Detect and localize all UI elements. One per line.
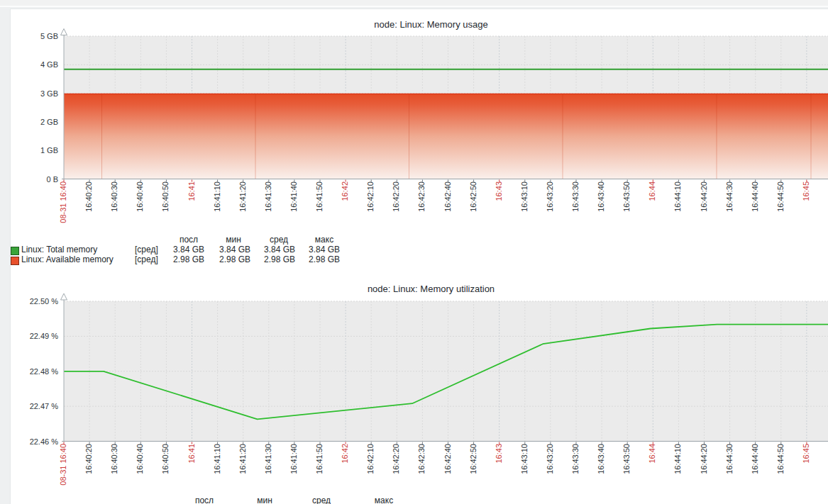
legend-value-available-max: 2.98 GB [309, 255, 340, 264]
x-axis-tick-label: 16:41:20 [239, 444, 247, 474]
legend-header-last: посл [195, 496, 214, 504]
x-axis-tick-label: 16:45 [802, 444, 810, 464]
legend-swatch-total-memory [11, 247, 19, 255]
y-axis-arrow-icon [61, 293, 67, 300]
x-axis-tick-label: 16:42 [341, 181, 349, 201]
chart-title-memory-usage: node: Linux: Memory usage [64, 19, 798, 30]
legend-header-min: мин [226, 235, 241, 245]
legend-label-total-memory: Linux: Total memory [21, 245, 97, 254]
x-axis-tick-label: 16:45 [802, 181, 810, 201]
x-axis-tick-label: 16:44:10 [674, 444, 682, 474]
x-axis-tick-label: 16:42:20 [392, 444, 400, 474]
available-memory-area [64, 94, 828, 179]
y-axis-tick-label: 2 GB [40, 118, 58, 125]
legend-header-avg: сред [270, 235, 288, 245]
y-axis-tick-label: 4 GB [40, 61, 58, 69]
x-axis-tick-label: 16:40:40 [136, 444, 144, 474]
x-axis-tick-label: 08-31 16:40 [60, 181, 67, 223]
y-axis-tick-label: 3 GB [40, 89, 58, 97]
legend-header-last: посл [180, 235, 198, 245]
x-axis-tick-label: 16:41:40 [290, 444, 298, 474]
x-axis-tick-label: 16:41 [188, 444, 196, 464]
legend-func-available-memory: [сред] [135, 255, 158, 264]
y-axis-tick-label: 22.49 % [30, 332, 58, 340]
x-axis-tick-label: 16:43:40 [597, 444, 605, 474]
x-axis-tick-label: 16:40:20 [85, 181, 93, 212]
x-axis-tick-label: 16:43:50 [623, 181, 631, 212]
x-axis-tick-label: 16:44 [648, 181, 656, 201]
legend-header-max: макс [375, 496, 393, 504]
x-axis-tick-label: 16:41:10 [214, 444, 221, 474]
y-axis-tick-label: 1 GB [40, 147, 58, 155]
x-axis-tick-label: 16:41:20 [239, 181, 247, 212]
y-axis-tick-label: 22.46 % [30, 437, 58, 445]
chart-title-memory-utilization: node: Linux: Memory utilization [64, 284, 798, 294]
x-axis-tick-label: 08-31 16:40 [60, 444, 67, 486]
legend-func-total-memory: [сред] [135, 245, 158, 254]
charts-canvas [0, 0, 828, 504]
x-axis-tick-label: 16:43:40 [597, 181, 605, 212]
x-axis-tick-label: 16:42:10 [367, 181, 375, 212]
x-axis-tick-label: 16:42:30 [418, 181, 426, 212]
y-axis-tick-label: 22.50 % [30, 298, 58, 306]
legend-swatch-available-memory [11, 257, 19, 265]
x-axis-tick-label: 16:44:20 [700, 181, 708, 212]
x-axis-tick-label: 16:44:40 [751, 181, 759, 212]
x-axis-tick-label: 16:44:50 [777, 181, 785, 212]
x-axis-tick-label: 16:44 [648, 444, 656, 464]
x-axis-tick-label: 16:44:50 [777, 444, 785, 474]
x-axis-tick-label: 16:40:30 [111, 444, 118, 474]
x-axis-tick-label: 16:40:50 [162, 181, 170, 212]
x-axis-tick-label: 16:44:20 [700, 444, 708, 474]
x-axis-tick-label: 16:41:40 [290, 181, 298, 212]
legend-value-total-max: 3.84 GB [309, 245, 340, 254]
legend-value-available-avg: 2.98 GB [264, 255, 295, 264]
x-axis-tick-label: 16:42:20 [392, 181, 400, 212]
legend-header-min: мин [257, 496, 272, 504]
legend-value-available-min: 2.98 GB [219, 255, 250, 264]
y-axis-tick-label: 22.48 % [30, 367, 58, 375]
x-axis-tick-label: 16:44:10 [674, 181, 682, 212]
legend-value-total-last: 3.84 GB [173, 245, 204, 254]
x-axis-tick-label: 16:42:50 [470, 181, 478, 212]
x-axis-tick-label: 16:43:20 [546, 181, 554, 212]
x-axis-tick-label: 16:43 [495, 444, 503, 464]
y-axis-tick-label: 0 B [46, 175, 58, 183]
x-axis-tick-label: 16:40:40 [136, 181, 144, 212]
x-axis-tick-label: 16:42:40 [444, 181, 452, 212]
x-axis-tick-label: 16:41:50 [316, 444, 324, 474]
legend-value-total-avg: 3.84 GB [264, 245, 295, 254]
x-axis-tick-label: 16:44:30 [726, 181, 734, 212]
x-axis-tick-label: 16:40:50 [162, 444, 170, 474]
x-axis-tick-label: 16:42:10 [367, 444, 375, 474]
x-axis-tick-label: 16:41:50 [316, 181, 324, 212]
legend-label-available-memory: Linux: Available memory [21, 255, 114, 264]
x-axis-tick-label: 16:43:10 [521, 181, 529, 212]
legend-header-avg: сред [312, 496, 331, 504]
x-axis-tick-label: 16:41:30 [265, 444, 272, 474]
x-axis-tick-label: 16:42 [341, 444, 349, 464]
x-axis-tick-label: 16:42:40 [444, 444, 452, 474]
x-axis-tick-label: 16:44:40 [751, 444, 759, 474]
y-axis-tick-label: 22.47 % [30, 403, 58, 410]
x-axis-tick-label: 16:41 [188, 181, 196, 201]
x-axis-tick-label: 16:43:10 [521, 444, 529, 474]
x-axis-tick-label: 16:40:30 [111, 181, 118, 212]
y-axis-tick-label: 5 GB [40, 33, 58, 40]
x-axis-tick-label: 16:43:30 [572, 444, 580, 474]
x-axis-tick-label: 16:41:10 [214, 181, 221, 212]
x-axis-tick-label: 16:42:30 [418, 444, 426, 474]
x-axis-tick-label: 16:43:20 [546, 444, 554, 474]
x-axis-tick-label: 16:41:30 [265, 181, 272, 212]
legend-value-available-last: 2.98 GB [173, 255, 204, 264]
legend-header-max: макс [315, 235, 333, 245]
x-axis-tick-label: 16:43:30 [572, 181, 580, 212]
x-axis-tick-label: 16:42:50 [470, 444, 478, 474]
x-axis-tick-label: 16:40:20 [85, 444, 93, 474]
x-axis-tick-label: 16:43:50 [623, 444, 631, 474]
legend-value-total-min: 3.84 GB [219, 245, 250, 254]
x-axis-tick-label: 16:44:30 [726, 444, 734, 474]
x-axis-tick-label: 16:43 [495, 181, 503, 201]
